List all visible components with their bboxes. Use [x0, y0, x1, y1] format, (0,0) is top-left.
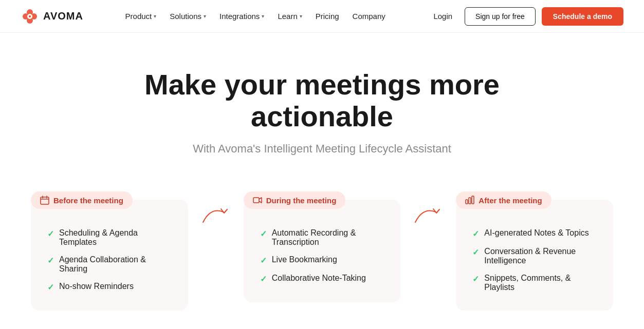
chevron-down-icon: ▾ [262, 13, 264, 19]
nav-item-company[interactable]: Company [347, 9, 391, 24]
card-after: After the meeting ✓ AI-generated Notes &… [456, 191, 613, 311]
card-box-during: ✓ Automatic Recording & Transcription ✓ … [244, 200, 401, 302]
svg-rect-14 [472, 196, 474, 204]
video-icon [253, 196, 262, 205]
calendar-icon [40, 196, 49, 205]
chevron-down-icon: ▾ [300, 13, 302, 19]
svg-rect-12 [466, 200, 468, 204]
nav-item-integrations[interactable]: Integrations ▾ [214, 9, 269, 24]
list-item: ✓ Conversation & Revenue Intelligence [472, 247, 597, 265]
chart-icon [465, 196, 474, 205]
check-icon: ✓ [260, 229, 267, 239]
list-item: ✓ Automatic Recording & Transcription [260, 228, 384, 247]
badge-before: Before the meeting [31, 191, 133, 209]
badge-after: After the meeting [456, 191, 551, 209]
login-button[interactable]: Login [427, 9, 458, 24]
demo-button[interactable]: Schedule a demo [542, 7, 623, 26]
nav-links: Product ▾ Solutions ▾ Integrations ▾ Lea… [120, 9, 391, 24]
nav-item-pricing[interactable]: Pricing [310, 9, 344, 24]
hero-title: Make your meetings more actionable [91, 69, 554, 132]
nav-item-solutions[interactable]: Solutions ▾ [164, 9, 211, 24]
svg-rect-7 [41, 197, 49, 204]
svg-rect-13 [469, 198, 471, 204]
arrow-icon [200, 202, 231, 227]
navbar: AVOMA Product ▾ Solutions ▾ Integrations… [0, 0, 644, 33]
nav-actions: Login Sign up for free Schedule a demo [427, 7, 623, 26]
hero-subtitle: With Avoma's Intelligent Meeting Lifecyc… [10, 142, 634, 156]
logo-icon [21, 7, 39, 26]
card-list-during: ✓ Automatic Recording & Transcription ✓ … [260, 228, 384, 284]
list-item: ✓ Collaborative Note-Taking [260, 274, 384, 284]
list-item: ✓ Live Bookmarking [260, 255, 384, 265]
list-item: ✓ AI-generated Notes & Topics [472, 228, 597, 239]
list-item: ✓ No-show Reminders [47, 282, 172, 292]
check-icon: ✓ [472, 247, 479, 257]
logo-text: AVOMA [43, 10, 83, 22]
chevron-down-icon: ▾ [204, 13, 206, 19]
card-list-after: ✓ AI-generated Notes & Topics ✓ Conversa… [472, 228, 597, 292]
card-before: Before the meeting ✓ Scheduling & Agenda… [31, 191, 188, 311]
logo[interactable]: AVOMA [21, 7, 83, 26]
nav-item-product[interactable]: Product ▾ [120, 9, 162, 24]
hero-section: Make your meetings more actionable With … [0, 33, 644, 176]
check-icon: ✓ [47, 229, 54, 239]
check-icon: ✓ [472, 229, 479, 239]
nav-item-learn[interactable]: Learn ▾ [272, 9, 307, 24]
check-icon: ✓ [260, 274, 267, 284]
arrow-icon [413, 202, 444, 227]
arrow-1 [200, 202, 231, 227]
badge-during: During the meeting [244, 191, 346, 209]
svg-point-6 [29, 15, 31, 17]
list-item: ✓ Snippets, Comments, & Playlists [472, 274, 597, 292]
check-icon: ✓ [47, 282, 54, 292]
card-during: During the meeting ✓ Automatic Recording… [244, 191, 401, 302]
check-icon: ✓ [472, 274, 479, 284]
card-box-after: ✓ AI-generated Notes & Topics ✓ Conversa… [456, 200, 613, 311]
list-item: ✓ Scheduling & Agenda Templates [47, 228, 172, 247]
signup-button[interactable]: Sign up for free [465, 7, 536, 26]
arrow-2 [413, 202, 444, 227]
features-section: Before the meeting ✓ Scheduling & Agenda… [0, 176, 644, 329]
check-icon: ✓ [47, 256, 54, 265]
check-icon: ✓ [260, 256, 267, 265]
card-list-before: ✓ Scheduling & Agenda Templates ✓ Agenda… [47, 228, 172, 292]
chevron-down-icon: ▾ [154, 13, 156, 19]
svg-rect-11 [253, 198, 259, 203]
list-item: ✓ Agenda Collaboration & Sharing [47, 255, 172, 274]
card-box-before: ✓ Scheduling & Agenda Templates ✓ Agenda… [31, 200, 188, 311]
